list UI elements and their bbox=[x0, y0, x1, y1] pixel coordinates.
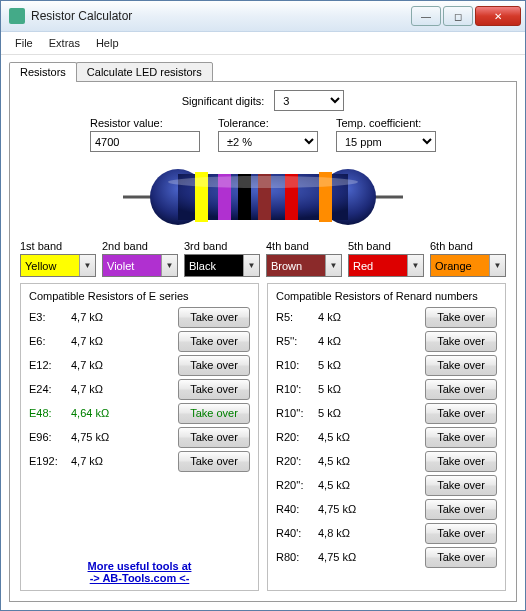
app-window: Resistor Calculator ― ◻ ✕ File Extras He… bbox=[0, 0, 526, 611]
chevron-down-icon: ▼ bbox=[243, 255, 259, 276]
series-row: R20':4,5 kΩTake over bbox=[276, 450, 497, 472]
series-code: R20'': bbox=[276, 479, 314, 491]
menu-extras[interactable]: Extras bbox=[41, 34, 88, 52]
series-code: R10': bbox=[276, 383, 314, 395]
series-value: 4 kΩ bbox=[318, 335, 421, 347]
band-select-2[interactable]: Violet▼ bbox=[102, 254, 178, 277]
series-value: 4,7 kΩ bbox=[71, 311, 174, 323]
client-area: Resistors Calculate LED resistors Signif… bbox=[1, 55, 525, 610]
series-value: 4 kΩ bbox=[318, 311, 421, 323]
panel-eseries: Compatible Resistors of E series E3:4,7 … bbox=[20, 283, 259, 591]
band-select-3[interactable]: Black▼ bbox=[184, 254, 260, 277]
series-code: R5'': bbox=[276, 335, 314, 347]
label-tempco: Temp. coefficient: bbox=[336, 117, 436, 129]
band-select-5[interactable]: Red▼ bbox=[348, 254, 424, 277]
svg-point-10 bbox=[168, 176, 358, 188]
series-value: 4,5 kΩ bbox=[318, 455, 421, 467]
take-over-button[interactable]: Take over bbox=[425, 331, 497, 352]
chevron-down-icon: ▼ bbox=[79, 255, 95, 276]
series-code: E12: bbox=[29, 359, 67, 371]
take-over-button[interactable]: Take over bbox=[425, 451, 497, 472]
chevron-down-icon: ▼ bbox=[489, 255, 505, 276]
take-over-button[interactable]: Take over bbox=[425, 307, 497, 328]
series-value: 4,7 kΩ bbox=[71, 383, 174, 395]
take-over-button[interactable]: Take over bbox=[425, 355, 497, 376]
band-swatch: Brown bbox=[267, 255, 325, 276]
series-value: 4,75 kΩ bbox=[318, 551, 421, 563]
series-code: R10'': bbox=[276, 407, 314, 419]
take-over-button[interactable]: Take over bbox=[178, 427, 250, 448]
take-over-button[interactable]: Take over bbox=[425, 499, 497, 520]
series-row: R40':4,8 kΩTake over bbox=[276, 522, 497, 544]
tab-led[interactable]: Calculate LED resistors bbox=[76, 62, 213, 82]
tab-resistors[interactable]: Resistors bbox=[9, 62, 77, 82]
series-value: 4,75 kΩ bbox=[318, 503, 421, 515]
take-over-button[interactable]: Take over bbox=[178, 379, 250, 400]
label-resval: Resistor value: bbox=[90, 117, 163, 129]
input-resval[interactable] bbox=[90, 131, 200, 152]
panel-renard: Compatible Resistors of Renard numbers R… bbox=[267, 283, 506, 591]
series-row: R80:4,75 kΩTake over bbox=[276, 546, 497, 568]
select-tolerance[interactable]: ±2 % bbox=[218, 131, 318, 152]
chevron-down-icon: ▼ bbox=[161, 255, 177, 276]
series-value: 5 kΩ bbox=[318, 407, 421, 419]
take-over-button[interactable]: Take over bbox=[425, 427, 497, 448]
tabstrip: Resistors Calculate LED resistors bbox=[9, 62, 517, 82]
band-swatch: Yellow bbox=[21, 255, 79, 276]
series-row: R5:4 kΩTake over bbox=[276, 306, 497, 328]
minimize-button[interactable]: ― bbox=[411, 6, 441, 26]
band-label: 6th band bbox=[430, 240, 506, 252]
band-select-1[interactable]: Yellow▼ bbox=[20, 254, 96, 277]
select-tempco[interactable]: 15 ppm bbox=[336, 131, 436, 152]
band-label: 2nd band bbox=[102, 240, 178, 252]
take-over-button[interactable]: Take over bbox=[425, 547, 497, 568]
series-code: E3: bbox=[29, 311, 67, 323]
series-row: R10':5 kΩTake over bbox=[276, 378, 497, 400]
series-value: 5 kΩ bbox=[318, 383, 421, 395]
take-over-button[interactable]: Take over bbox=[425, 523, 497, 544]
band-swatch: Violet bbox=[103, 255, 161, 276]
take-over-button[interactable]: Take over bbox=[178, 451, 250, 472]
band-swatch: Red bbox=[349, 255, 407, 276]
take-over-button[interactable]: Take over bbox=[425, 379, 497, 400]
series-code: E96: bbox=[29, 431, 67, 443]
band-select-4[interactable]: Brown▼ bbox=[266, 254, 342, 277]
series-value: 4,8 kΩ bbox=[318, 527, 421, 539]
close-button[interactable]: ✕ bbox=[475, 6, 521, 26]
series-row: E48:4,64 kΩTake over bbox=[29, 402, 250, 424]
take-over-button[interactable]: Take over bbox=[178, 331, 250, 352]
band-label: 5th band bbox=[348, 240, 424, 252]
series-value: 5 kΩ bbox=[318, 359, 421, 371]
label-sigdigits: Significant digits: bbox=[182, 95, 265, 107]
series-row: E6:4,7 kΩTake over bbox=[29, 330, 250, 352]
series-code: E48: bbox=[29, 407, 67, 419]
menu-help[interactable]: Help bbox=[88, 34, 127, 52]
take-over-button[interactable]: Take over bbox=[425, 403, 497, 424]
series-row: E192:4,7 kΩTake over bbox=[29, 450, 250, 472]
take-over-button[interactable]: Take over bbox=[425, 475, 497, 496]
series-code: R40: bbox=[276, 503, 314, 515]
label-tolerance: Tolerance: bbox=[218, 117, 318, 129]
series-row: R10:5 kΩTake over bbox=[276, 354, 497, 376]
menu-file[interactable]: File bbox=[7, 34, 41, 52]
series-row: R20'':4,5 kΩTake over bbox=[276, 474, 497, 496]
band-label: 1st band bbox=[20, 240, 96, 252]
take-over-button[interactable]: Take over bbox=[178, 307, 250, 328]
tabpage-resistors: Significant digits: 3 Resistor value: To… bbox=[9, 81, 517, 602]
series-code: R20': bbox=[276, 455, 314, 467]
series-code: R10: bbox=[276, 359, 314, 371]
resistor-image bbox=[20, 162, 506, 232]
select-sigdigits[interactable]: 3 bbox=[274, 90, 344, 111]
band-select-6[interactable]: Orange▼ bbox=[430, 254, 506, 277]
series-row: R40:4,75 kΩTake over bbox=[276, 498, 497, 520]
series-code: E6: bbox=[29, 335, 67, 347]
maximize-button[interactable]: ◻ bbox=[443, 6, 473, 26]
promo-link[interactable]: More useful tools at-> AB-Tools.com <- bbox=[29, 552, 250, 584]
series-value: 4,64 kΩ bbox=[71, 407, 174, 419]
take-over-button[interactable]: Take over bbox=[178, 403, 250, 424]
take-over-button[interactable]: Take over bbox=[178, 355, 250, 376]
series-value: 4,5 kΩ bbox=[318, 479, 421, 491]
series-row: R5'':4 kΩTake over bbox=[276, 330, 497, 352]
series-code: R80: bbox=[276, 551, 314, 563]
series-code: R20: bbox=[276, 431, 314, 443]
